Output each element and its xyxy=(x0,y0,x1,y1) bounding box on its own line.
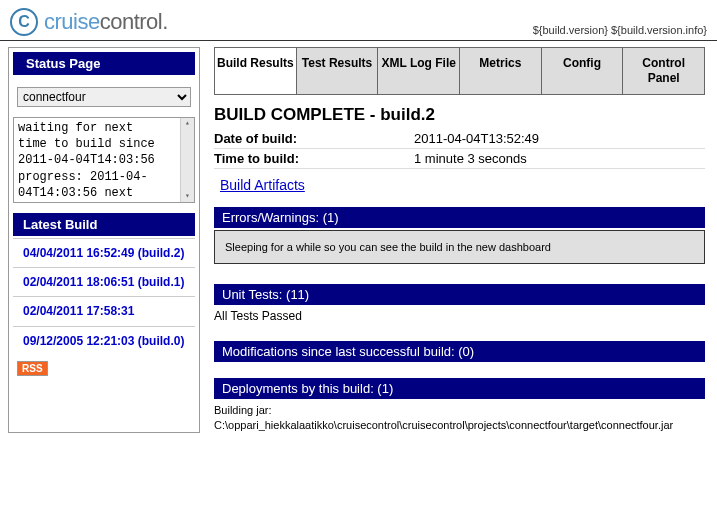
scroll-up-icon[interactable]: ▴ xyxy=(185,118,190,129)
date-value: 2011-04-04T13:52:49 xyxy=(414,131,539,146)
build-link[interactable]: 02/04/2011 17:58:31 xyxy=(13,296,195,325)
tab-build-results[interactable]: Build Results xyxy=(215,48,297,94)
build-complete-title: BUILD COMPLETE - build.2 xyxy=(214,105,705,125)
scroll-down-icon[interactable]: ▾ xyxy=(185,191,190,202)
log-text: waiting for next time to build since 201… xyxy=(18,121,155,200)
project-dropdown[interactable]: connectfour xyxy=(17,87,191,107)
rss-wrap: RSS xyxy=(17,361,191,376)
time-value: 1 minute 3 seconds xyxy=(414,151,527,166)
errors-body: Sleeping for a while so you can see the … xyxy=(214,230,705,264)
tab-control-panel[interactable]: Control Panel xyxy=(623,48,704,94)
deploy-section-header: Deployments by this build: (1) xyxy=(214,378,705,399)
main-container: Status Page connectfour waiting for next… xyxy=(0,41,717,439)
tab-test-results[interactable]: Test Results xyxy=(297,48,379,94)
build-link[interactable]: 09/12/2005 12:21:03 (build.0) xyxy=(13,326,195,355)
build-link[interactable]: 04/04/2011 16:52:49 (build.2) xyxy=(13,238,195,267)
scrollbar[interactable]: ▴ ▾ xyxy=(180,118,194,202)
logo-text: cruisecontrol. xyxy=(44,9,168,35)
tests-body: All Tests Passed xyxy=(214,309,705,323)
deploy-body: Building jar: C:\oppari_hiekkalaatikko\c… xyxy=(214,403,705,433)
date-row: Date of build: 2011-04-04T13:52:49 xyxy=(214,131,705,149)
status-page-header: Status Page xyxy=(13,52,195,75)
mods-spacer xyxy=(214,364,705,378)
build-link[interactable]: 02/04/2011 18:06:51 (build.1) xyxy=(13,267,195,296)
logo-icon: C xyxy=(10,8,38,36)
app-header: C cruisecontrol. ${build.version} ${buil… xyxy=(0,0,717,41)
errors-section-header: Errors/Warnings: (1) xyxy=(214,207,705,228)
sidebar: Status Page connectfour waiting for next… xyxy=(8,47,200,433)
time-row: Time to build: 1 minute 3 seconds xyxy=(214,151,705,169)
project-select-wrap: connectfour xyxy=(17,87,191,107)
build-log[interactable]: waiting for next time to build since 201… xyxy=(13,117,195,203)
time-label: Time to build: xyxy=(214,151,414,166)
build-artifacts-link[interactable]: Build Artifacts xyxy=(220,177,305,193)
latest-build-header: Latest Build xyxy=(13,213,195,236)
version-info: ${build.version} ${build.version.info} xyxy=(533,24,707,36)
logo-control: control. xyxy=(100,9,168,34)
rss-icon[interactable]: RSS xyxy=(17,361,48,376)
tests-section-header: Unit Tests: (11) xyxy=(214,284,705,305)
tab-xml-log[interactable]: XML Log File xyxy=(378,48,460,94)
tab-bar: Build Results Test Results XML Log File … xyxy=(214,47,705,95)
tab-config[interactable]: Config xyxy=(542,48,624,94)
date-label: Date of build: xyxy=(214,131,414,146)
logo-cruise: cruise xyxy=(44,9,100,34)
main-panel: Build Results Test Results XML Log File … xyxy=(214,47,709,433)
mods-section-header: Modifications since last successful buil… xyxy=(214,341,705,362)
logo: C cruisecontrol. xyxy=(10,8,168,36)
tab-metrics[interactable]: Metrics xyxy=(460,48,542,94)
